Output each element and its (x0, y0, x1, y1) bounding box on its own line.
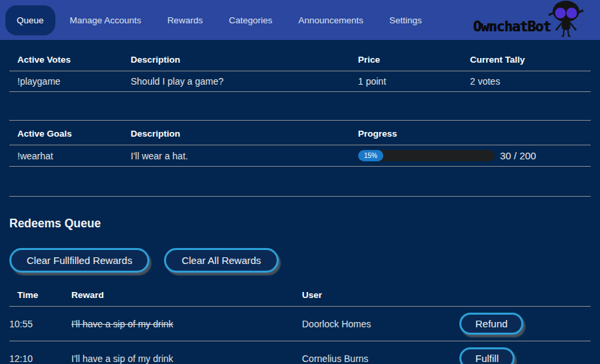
redeem-action-cell: Refund (459, 307, 591, 341)
tab-manage-accounts[interactable]: Manage Accounts (59, 5, 153, 35)
redeem-action-cell: Fulfill (459, 341, 591, 364)
votes-header-tally: Current Tally (470, 47, 591, 71)
votes-header-price: Price (358, 47, 470, 71)
app-logo: OwnchatBot (473, 0, 584, 38)
redeems-header-time: Time (9, 282, 71, 307)
redeem-reward-text: I'll have a sip of my drink (71, 353, 173, 364)
refund-button[interactable]: Refund (459, 313, 523, 335)
table-row: 12:10 I'll have a sip of my drink Cornel… (9, 341, 591, 364)
clear-all-rewards-button[interactable]: Clear All Rewards (164, 248, 278, 273)
votes-header-command: Active Votes (9, 47, 131, 71)
main-content: Active Votes Description Price Current T… (0, 40, 600, 364)
redeems-table: Time Reward User 10:55 I'll have a sip o… (9, 282, 591, 364)
goals-header-command: Active Goals (9, 121, 131, 145)
redeem-reward-text: I'll have a sip of my drink (71, 319, 173, 329)
votes-header-description: Description (131, 47, 358, 71)
goal-command: !wearhat (9, 145, 131, 167)
redeem-reward: I'll have a sip of my drink (71, 341, 302, 364)
tab-announcements[interactable]: Announcements (287, 5, 375, 35)
goal-progress-cell: 15% 30 / 200 (358, 145, 591, 167)
robot-mascot-icon (548, 0, 584, 38)
vote-command: !playgame (9, 71, 131, 92)
goals-header-progress: Progress (358, 121, 591, 145)
navbar: Queue Manage Accounts Rewards Categories… (0, 0, 600, 40)
redeem-time: 10:55 (9, 307, 71, 341)
vote-tally: 2 votes (470, 71, 591, 92)
table-row: !playgame Should I play a game? 1 point … (9, 71, 591, 92)
goal-description: I'll wear a hat. (131, 145, 358, 167)
progress-numbers: 30 / 200 (500, 150, 536, 161)
clear-fulfilled-rewards-button[interactable]: Clear Fullfilled Rewards (9, 248, 149, 273)
redeem-user: Doorlock Homes (302, 307, 459, 341)
active-votes-table: Active Votes Description Price Current T… (9, 47, 591, 92)
tab-queue[interactable]: Queue (5, 5, 55, 35)
goals-header-description: Description (131, 121, 358, 145)
active-goals-table: Active Goals Description Progress !wearh… (9, 121, 591, 167)
table-row: 10:55 I'll have a sip of my drink Doorlo… (9, 307, 591, 341)
redeems-header-user: User (302, 282, 459, 307)
redeem-time: 12:10 (9, 341, 71, 364)
section-divider (9, 196, 591, 197)
redeem-reward: I'll have a sip of my drink (71, 307, 302, 341)
progress-bar: 15% (358, 150, 495, 161)
tab-categories[interactable]: Categories (217, 5, 283, 35)
redeems-header-reward: Reward (71, 282, 302, 307)
redeem-user: Cornelius Burns (302, 341, 459, 364)
vote-price: 1 point (358, 71, 470, 92)
logo-text: OwnchatBot (473, 20, 551, 34)
fulfill-button[interactable]: Fulfill (459, 347, 515, 364)
redeems-header-action (459, 282, 591, 307)
tab-rewards[interactable]: Rewards (156, 5, 214, 35)
vote-description: Should I play a game? (131, 71, 358, 92)
progress-fill: 15% (358, 150, 383, 161)
table-row: !wearhat I'll wear a hat. 15% 30 / 200 (9, 145, 591, 167)
redeems-actions: Clear Fullfilled Rewards Clear All Rewar… (9, 248, 591, 273)
tab-settings[interactable]: Settings (378, 5, 433, 35)
redeems-queue-title: Redeems Queue (9, 217, 591, 231)
